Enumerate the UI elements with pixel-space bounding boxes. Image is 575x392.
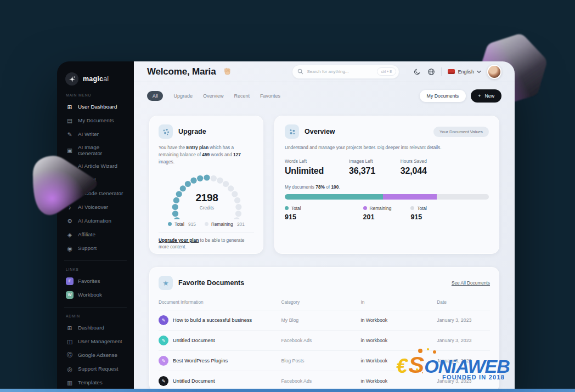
documents-icon: ▤ xyxy=(66,117,74,124)
dashboard-grid-icon: ⊞ xyxy=(66,324,74,332)
document-pen-icon: ✎ xyxy=(159,336,168,345)
soniaweb-watermark: €SONiAWEB FOUNDED IN 2018 xyxy=(396,353,510,380)
stat-item: Images Left 36,371 xyxy=(349,158,375,176)
support-icon: ◉ xyxy=(66,245,74,252)
documents-progress-bar xyxy=(285,194,489,200)
table-header: Document InformationCategoryInDate xyxy=(159,294,490,310)
upgrade-card: Upgrade You have the Entry plan which ha… xyxy=(149,116,263,254)
progress-segment xyxy=(383,194,437,200)
sidebar-section-label: LINKS xyxy=(66,268,125,271)
star-icon: ★ xyxy=(159,276,173,290)
sidebar-item-label: Google Adsense xyxy=(78,352,117,358)
document-title: How to build a successful business xyxy=(173,317,252,323)
document-values-badge[interactable]: Your Document Values xyxy=(433,127,489,137)
sidebar-menu: MAIN MENU ⊞ User Dashboard ▤ My Document… xyxy=(64,93,127,392)
stat-label: Words Left xyxy=(285,158,324,164)
language-globe-icon[interactable] xyxy=(427,68,435,76)
tab-favorites[interactable]: Favorites xyxy=(260,93,280,99)
sidebar-item-label: User Dashboard xyxy=(78,104,117,110)
document-title: Untitled Document xyxy=(173,338,215,343)
users-icon: ◫ xyxy=(66,338,74,345)
dashboard-grid-icon: ⊞ xyxy=(66,103,74,111)
stat-value: Unlimited xyxy=(285,166,324,176)
overview-card: Overview Your Document Values Understand… xyxy=(274,116,499,254)
overview-title: Overview xyxy=(305,128,335,135)
tab-all[interactable]: All xyxy=(147,91,163,101)
sidebar-item-templates[interactable]: ▥ Templates xyxy=(64,376,127,389)
legend-dot-icon xyxy=(410,206,414,210)
main-panel: Welcome, Maria ctrl + E xyxy=(134,61,515,392)
sidebar-item-google-adsense[interactable]: Ⓖ Google Adsense xyxy=(64,348,127,362)
document-title: Best WordPress Plugins xyxy=(173,358,228,363)
sidebar-item-support-request[interactable]: ◎ Support Request xyxy=(64,362,127,376)
sidebar-item-label: Workbook xyxy=(78,292,102,298)
stat-value: 32,044 xyxy=(401,166,427,176)
legend-item: Total 915 xyxy=(285,206,363,221)
document-pen-icon: ✎ xyxy=(159,376,168,386)
sidebar-item-my-documents[interactable]: ▤ My Documents xyxy=(64,113,127,127)
upgrade-sparkles-icon xyxy=(159,124,173,139)
sidebar-item-label: Dashboard xyxy=(78,325,104,331)
watermark-dots xyxy=(418,349,422,353)
upgrade-footer: Upgrade your plan to be able to generate… xyxy=(159,237,254,251)
upgrade-description: You have the Entry plan which has a rema… xyxy=(159,144,254,166)
document-category: My Blog xyxy=(281,317,360,323)
tab-overview[interactable]: Overview xyxy=(203,93,224,99)
sidebar-section-label: MAIN MENU xyxy=(66,93,125,97)
legend-dot-icon xyxy=(285,206,289,210)
language-selector[interactable]: English xyxy=(448,69,481,75)
document-workbook: in Workbook xyxy=(360,317,437,323)
document-category: Facebook Ads xyxy=(281,338,360,343)
see-all-documents-link[interactable]: See All Documents xyxy=(452,280,490,286)
tab-recent[interactable]: Recent xyxy=(234,93,250,99)
stat-item: Words Left Unlimited xyxy=(285,158,324,176)
sidebar-item-support[interactable]: ◉ Support xyxy=(64,241,127,255)
watermark-euro: € xyxy=(396,355,408,377)
document-workbook: in Workbook xyxy=(360,338,437,343)
legend-item: Total 915 xyxy=(168,221,196,227)
upgrade-title: Upgrade xyxy=(178,128,206,135)
table-row[interactable]: ✎How to build a successful business My B… xyxy=(159,310,490,331)
dark-mode-moon-icon[interactable] xyxy=(414,68,421,76)
document-pen-icon: ✎ xyxy=(159,315,168,325)
document-pen-icon: ✎ xyxy=(159,356,168,366)
my-documents-button[interactable]: My Documents xyxy=(420,90,466,102)
sidebar-item-label: Templates xyxy=(78,379,103,385)
new-button[interactable]: +New xyxy=(471,89,501,103)
legend-item: Remaining 201 xyxy=(205,221,245,227)
affiliate-icon: ◈ xyxy=(66,231,74,238)
header-divider xyxy=(441,67,442,76)
app-background: { "colors": { "background": "#0f2533", "… xyxy=(0,0,575,392)
upgrade-plan-link[interactable]: Upgrade your plan xyxy=(159,237,199,243)
sidebar-item-user-dashboard[interactable]: ⊞ User Dashboard xyxy=(64,100,127,113)
search-input[interactable]: ctrl + E xyxy=(292,65,399,79)
sidebar-item-affiliate[interactable]: ◈ Affiliate xyxy=(64,228,127,241)
user-avatar[interactable] xyxy=(487,65,501,79)
overview-description: Understand and manage your projects bett… xyxy=(285,144,444,151)
decor-cone-icon xyxy=(27,148,102,219)
tab-upgrade[interactable]: Upgrade xyxy=(173,93,193,99)
sidebar-item-label: Affiliate xyxy=(78,231,95,237)
sidebar-item-label: Favorites xyxy=(78,278,100,284)
sidebar-item-ai-writer[interactable]: ✎ AI Writer xyxy=(64,127,127,141)
filter-tabs: AllUpgradeOverviewRecentFavorites My Doc… xyxy=(134,82,515,103)
top-header: Welcome, Maria ctrl + E xyxy=(134,61,515,82)
sidebar-item-favorites[interactable]: F Favorites xyxy=(64,274,127,288)
language-label: English xyxy=(458,69,474,75)
sidebar: magical MAIN MENU ⊞ User Dashboard ▤ My … xyxy=(57,61,134,392)
search-field[interactable] xyxy=(307,69,373,74)
credits-gauge: 2198 Credits xyxy=(159,167,255,219)
sidebar-item-user-management[interactable]: ◫ User Management xyxy=(64,334,127,348)
legend-dot-icon xyxy=(205,222,208,226)
sidebar-item-label: Support xyxy=(78,245,97,251)
stat-item: Hours Saved 32,044 xyxy=(401,158,427,176)
writer-icon: ✎ xyxy=(66,130,74,138)
table-row[interactable]: ✎Untitled Document Facebook Ads in Workb… xyxy=(159,331,490,351)
card-divider xyxy=(159,232,254,232)
progress-legend: Total 915 Remaining 201 Total 915 xyxy=(285,206,489,221)
sidebar-item-admin-dashboard[interactable]: ⊞ Dashboard xyxy=(64,321,127,334)
sidebar-item-workbook[interactable]: W Workbook xyxy=(64,288,127,302)
document-date: January 3, 2023 xyxy=(437,317,490,323)
credits-unit: Credits xyxy=(159,205,255,211)
app-logo[interactable]: magical xyxy=(65,72,126,86)
